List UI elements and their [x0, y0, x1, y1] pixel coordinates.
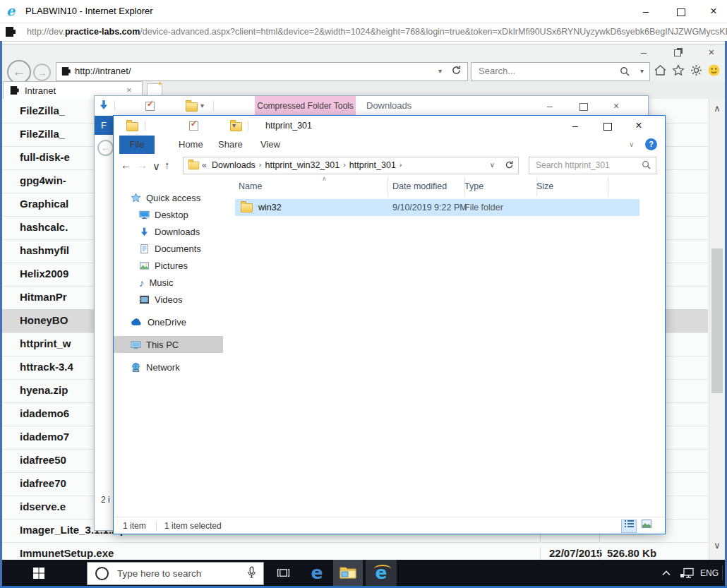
inner-minimize-button[interactable]: –: [632, 46, 656, 59]
taskbar-file-explorer-button[interactable]: [333, 560, 363, 586]
downloads-maximize-button[interactable]: [572, 98, 596, 114]
menu-tab-file[interactable]: File: [119, 136, 155, 154]
intranet-file-name[interactable]: idademo6: [20, 407, 69, 419]
scrollbar-thumb[interactable]: [711, 248, 723, 393]
intranet-file-name[interactable]: hyena.zip: [20, 384, 68, 396]
intranet-file-name[interactable]: Graphical: [20, 198, 68, 210]
taskbar-internet-explorer-button[interactable]: e: [366, 560, 397, 586]
taskbar-edge-button[interactable]: e: [302, 560, 332, 586]
menu-tab-share[interactable]: Share: [214, 136, 247, 154]
intranet-file-name[interactable]: ImmunetSetup.exe: [20, 547, 114, 559]
downloads-minimize-button[interactable]: –: [538, 98, 562, 114]
file-row-selected[interactable]: win329/10/2019 9:22 PMFile folder: [235, 199, 639, 216]
taskbar-search-box[interactable]: Type here to search: [87, 562, 264, 585]
intranet-file-name[interactable]: idserve.e: [20, 500, 66, 512]
inner-restore-button[interactable]: [666, 46, 690, 59]
nav-history-chevron-icon[interactable]: ∨: [152, 160, 160, 173]
sidebar-item-quick-access[interactable]: Quick access: [114, 189, 240, 206]
tray-chevron-up-icon[interactable]: [658, 560, 675, 586]
forward-button[interactable]: →: [33, 64, 51, 81]
intranet-file-name[interactable]: FileZilla_: [20, 104, 65, 116]
inner-close-button[interactable]: ×: [699, 46, 723, 59]
compressed-folder-tools-tab[interactable]: Compressed Folder Tools: [255, 96, 356, 116]
breadcrumb-chevron-icon[interactable]: ›: [396, 160, 406, 170]
menu-tab-view[interactable]: View: [256, 136, 284, 154]
outer-maximize-button[interactable]: [669, 4, 693, 19]
outer-addressbar[interactable]: http://dev.practice-labs.com/device-adva…: [0, 23, 727, 42]
explorer-maximize-button[interactable]: [596, 118, 620, 133]
favorites-star-icon[interactable]: [672, 64, 685, 79]
menu-tab-home[interactable]: Home: [174, 136, 208, 154]
tray-network-icon[interactable]: [676, 560, 697, 586]
address-bar[interactable]: http://intranet/ ▾: [56, 62, 468, 81]
outer-close-button[interactable]: ×: [702, 4, 726, 19]
intranet-file-name[interactable]: hashmyfil: [20, 244, 69, 256]
explorer-close-button[interactable]: ×: [627, 118, 651, 133]
intranet-file-name[interactable]: gpg4win-: [20, 174, 66, 186]
start-button[interactable]: [0, 560, 78, 586]
search-dropdown-icon[interactable]: ▾: [640, 67, 644, 75]
intranet-file-name[interactable]: full-disk-e: [20, 151, 70, 163]
page-scrollbar[interactable]: ∧ ∨: [709, 99, 725, 560]
task-view-button[interactable]: [268, 560, 298, 586]
intranet-file-name[interactable]: FileZilla_: [20, 128, 65, 140]
ribbon-expand-chevron-icon[interactable]: ∨: [629, 140, 634, 148]
explorer-search-icon[interactable]: [642, 160, 651, 172]
column-header-type[interactable]: Type: [456, 177, 537, 196]
column-header-date-modified[interactable]: Date modified: [384, 177, 465, 196]
explorer-window[interactable]: ▾ httprint_301 – × FileHomeShareView ∨ ?…: [113, 115, 666, 534]
breadcrumb-chevron-icon[interactable]: ›: [256, 160, 265, 170]
intranet-file-name[interactable]: idafree50: [20, 454, 66, 466]
intranet-file-name[interactable]: hashcalc.: [20, 221, 68, 233]
qat-dropdown-icon[interactable]: ▾: [200, 102, 204, 109]
show-desktop-divider[interactable]: [722, 565, 723, 580]
downloads-close-button[interactable]: ×: [604, 98, 628, 114]
column-header-name[interactable]: Name: [235, 177, 388, 196]
intranet-file-name[interactable]: Helix2009: [20, 268, 68, 280]
breadcrumb[interactable]: « Downloads›httprint_win32_301›httprint_…: [183, 157, 501, 174]
intranet-file-name[interactable]: HoneyBO: [20, 314, 68, 326]
refresh-button[interactable]: [500, 157, 519, 174]
home-icon[interactable]: [654, 64, 667, 78]
intranet-file-row[interactable]: ImmunetSetup.exe22/07/2015526.80 Kb: [2, 542, 708, 560]
sort-ascending-icon[interactable]: ∧: [322, 175, 327, 182]
downloads-back-button[interactable]: ←: [97, 140, 114, 156]
settings-gear-icon[interactable]: [690, 64, 702, 78]
back-button[interactable]: ←: [7, 60, 31, 84]
breadcrumb-dropdown-icon[interactable]: ∨: [490, 161, 495, 169]
breadcrumb-segment[interactable]: Downloads: [212, 160, 256, 170]
scroll-down-icon[interactable]: ∨: [711, 540, 723, 551]
intranet-file-name[interactable]: idademo7: [20, 431, 69, 443]
intranet-file-name[interactable]: idafree70: [20, 477, 66, 489]
address-dropdown-icon[interactable]: ▾: [438, 67, 442, 75]
column-header-size[interactable]: Size: [528, 177, 608, 196]
sidebar-item-this-pc[interactable]: This PC: [114, 336, 240, 353]
intranet-file-name[interactable]: httprint_w: [20, 337, 71, 349]
outer-minimize-button[interactable]: –: [634, 4, 658, 19]
tab-close-icon[interactable]: ×: [126, 85, 132, 95]
smiley-feedback-icon[interactable]: [708, 64, 720, 78]
sidebar-item-network[interactable]: Network: [114, 359, 240, 376]
help-icon[interactable]: ?: [645, 138, 657, 150]
breadcrumb-segment[interactable]: httprint_301: [349, 160, 396, 170]
details-view-button[interactable]: [621, 520, 637, 533]
breadcrumb-segment[interactable]: httprint_win32_301: [265, 160, 340, 170]
intranet-file-name[interactable]: httrack-3.4: [20, 361, 73, 373]
intranet-file-name[interactable]: HitmanPr: [20, 291, 67, 303]
refresh-icon[interactable]: [451, 65, 462, 78]
explorer-minimize-button[interactable]: –: [563, 118, 587, 133]
tray-language-indicator[interactable]: ENG: [697, 560, 721, 586]
thumbnail-view-button[interactable]: [639, 520, 654, 532]
scroll-up-icon[interactable]: ∧: [711, 103, 723, 114]
qat-checkbox-icon[interactable]: [145, 102, 155, 111]
browser-search-box[interactable]: Search... ▾: [471, 62, 650, 81]
sidebar-item-onedrive[interactable]: OneDrive: [114, 313, 240, 330]
breadcrumb-prefix[interactable]: «: [202, 160, 207, 170]
nav-forward-icon[interactable]: →: [137, 159, 148, 171]
nav-up-icon[interactable]: ↑: [164, 159, 170, 171]
nav-back-icon[interactable]: ←: [121, 159, 131, 171]
qat-dropdown-icon[interactable]: ▾: [232, 121, 236, 129]
explorer-search-box[interactable]: Search httprint_301: [529, 157, 656, 174]
breadcrumb-chevron-icon[interactable]: ›: [340, 160, 349, 170]
qat-checkbox-icon[interactable]: [189, 121, 198, 131]
